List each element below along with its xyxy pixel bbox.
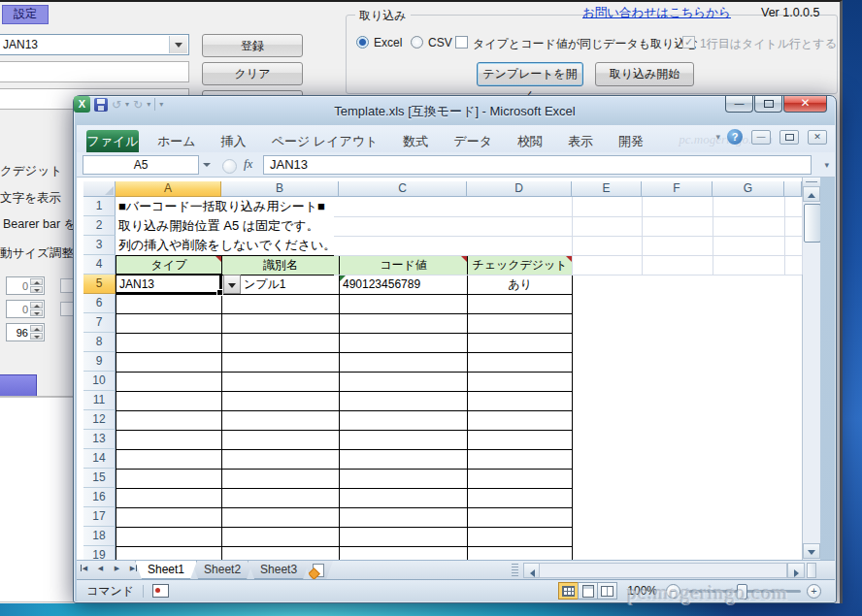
cell-A18[interactable] — [116, 528, 222, 547]
scroll-right-icon[interactable] — [787, 563, 805, 578]
page-layout-view-button[interactable] — [578, 582, 598, 600]
cell-A13[interactable] — [116, 431, 222, 450]
fx-icon[interactable]: fx — [244, 156, 252, 172]
cell-A16[interactable] — [116, 489, 222, 508]
cell-D8[interactable] — [468, 334, 573, 353]
prev-sheet-icon[interactable]: ◀ — [93, 561, 108, 575]
ribbon-tab-データ[interactable]: データ — [441, 130, 505, 152]
fill-handle[interactable] — [216, 289, 223, 296]
tab-settings[interactable]: 設定 — [2, 5, 49, 24]
column-header-partial[interactable] — [784, 181, 802, 197]
cell-D6[interactable] — [468, 295, 573, 314]
ribbon-tab-挿入[interactable]: 挿入 — [209, 130, 259, 152]
horizontal-scrollbar[interactable] — [539, 563, 787, 578]
row-header-3[interactable]: 3 — [83, 236, 116, 255]
sheet-tab-Sheet1[interactable]: Sheet1 — [135, 561, 197, 579]
zoom-in-button[interactable]: + — [807, 584, 821, 599]
row-header-13[interactable]: 13 — [83, 430, 116, 449]
cell-A8[interactable] — [116, 334, 222, 353]
row-header-8[interactable]: 8 — [83, 333, 116, 352]
start-import-button[interactable]: 取り込み開始 — [595, 62, 694, 86]
cell-B6[interactable] — [222, 295, 340, 314]
select-all-corner[interactable] — [83, 181, 116, 197]
horizontal-split-handle[interactable] — [807, 563, 816, 578]
row-header-17[interactable]: 17 — [83, 507, 116, 527]
cell-B19[interactable] — [222, 547, 340, 560]
help-icon[interactable]: ? — [727, 129, 743, 145]
chevron-down-icon[interactable] — [169, 36, 187, 53]
vertical-scroll-thumb[interactable] — [804, 204, 820, 243]
row-header-9[interactable]: 9 — [83, 352, 116, 372]
ribbon-tab-ページ レイアウト[interactable]: ページ レイアウト — [259, 130, 391, 152]
excel-radio-label[interactable]: Excel — [374, 36, 402, 49]
import-duplicates-checkbox[interactable] — [455, 36, 468, 49]
ribbon-tab-数式[interactable]: 数式 — [390, 130, 441, 152]
ribbon-tab-ホーム[interactable]: ホーム — [145, 130, 209, 152]
cell-C10[interactable] — [340, 373, 468, 392]
cell-B12[interactable] — [222, 411, 340, 431]
data-validation-dropdown[interactable] — [223, 275, 241, 294]
cell-D5[interactable]: あり — [468, 276, 573, 295]
generate-button[interactable] — [0, 374, 37, 397]
tab-split-handle[interactable] — [512, 564, 518, 576]
cell-C9[interactable] — [340, 353, 468, 373]
cell-B10[interactable] — [222, 373, 340, 392]
column-header-D[interactable]: D — [467, 181, 572, 197]
cell-B4[interactable]: 識別名 — [222, 256, 340, 276]
cell-A19[interactable] — [116, 547, 222, 560]
ribbon-tab-開発[interactable]: 開発 — [606, 130, 656, 152]
title-bar[interactable]: X ↺▾ ↻▾ ▾ Template.xls [互換モード] - Microso… — [74, 96, 836, 125]
row-header-12[interactable]: 12 — [83, 410, 116, 430]
cell-A14[interactable] — [116, 450, 222, 470]
cell-A17[interactable] — [116, 508, 222, 528]
csv-radio[interactable] — [411, 36, 423, 49]
cell-a2-text[interactable]: 取り込み開始位置 A5 は固定です。 — [118, 216, 319, 236]
dpi-spinner[interactable]: 96 — [6, 323, 45, 341]
cell-C11[interactable] — [340, 392, 468, 411]
cell-D18[interactable] — [468, 528, 573, 547]
open-template-button[interactable]: テンプレートを開く — [477, 62, 583, 86]
sheet-tab-Sheet3[interactable]: Sheet3 — [248, 561, 310, 579]
cell-B17[interactable] — [222, 508, 340, 528]
macro-record-icon[interactable] — [152, 584, 169, 598]
cell-D11[interactable] — [468, 392, 573, 411]
column-header-C[interactable]: C — [339, 181, 467, 197]
cell-A7[interactable] — [116, 314, 222, 334]
cell-C13[interactable] — [340, 431, 468, 450]
row-header-7[interactable]: 7 — [83, 313, 116, 333]
cell-C5[interactable]: 490123456789 — [340, 276, 468, 295]
cell-D4[interactable]: チェックデジット — [468, 256, 573, 276]
cell-D10[interactable] — [468, 373, 573, 392]
column-header-A[interactable]: A — [116, 181, 221, 197]
cell-A6[interactable] — [116, 295, 222, 314]
cell-a3-text[interactable]: 列の挿入や削除をしないでください。 — [118, 236, 336, 255]
page-break-view-button[interactable] — [597, 582, 617, 600]
cell-D9[interactable] — [468, 353, 573, 373]
ribbon-tab-file[interactable]: ファイル — [86, 130, 139, 152]
cell-C12[interactable] — [340, 411, 468, 431]
cell-C14[interactable] — [340, 450, 468, 470]
contact-link[interactable]: お問い合わせはこちらから — [582, 5, 731, 21]
cell-C4[interactable]: コード値 — [340, 256, 468, 276]
cell-D19[interactable] — [468, 547, 573, 560]
row-header-15[interactable]: 15 — [83, 469, 116, 488]
excel-radio[interactable] — [356, 36, 369, 49]
row-header-11[interactable]: 11 — [83, 391, 116, 410]
scroll-up-icon[interactable] — [803, 186, 820, 202]
cell-B16[interactable] — [222, 489, 340, 508]
scroll-down-icon[interactable] — [803, 543, 820, 559]
cell-D12[interactable] — [468, 411, 573, 431]
name-box-dropdown-icon[interactable] — [199, 155, 215, 175]
formula-input[interactable]: JAN13 — [263, 155, 812, 175]
row-header-6[interactable]: 6 — [83, 294, 116, 313]
vertical-scrollbar[interactable] — [802, 178, 820, 560]
cell-A15[interactable] — [116, 470, 222, 489]
cell-C15[interactable] — [340, 470, 468, 489]
row-header-16[interactable]: 16 — [83, 488, 116, 507]
cell-D16[interactable] — [468, 489, 573, 508]
cell-A12[interactable] — [116, 411, 222, 431]
worksheet-area[interactable]: ■バーコード一括取り込み用シート■ 取り込み開始位置 A5 は固定です。 列の挿… — [77, 178, 820, 560]
cell-a1-text[interactable]: ■バーコード一括取り込み用シート■ — [118, 197, 325, 216]
cell-C8[interactable] — [340, 334, 468, 353]
minimize-button[interactable]: — — [725, 96, 753, 113]
